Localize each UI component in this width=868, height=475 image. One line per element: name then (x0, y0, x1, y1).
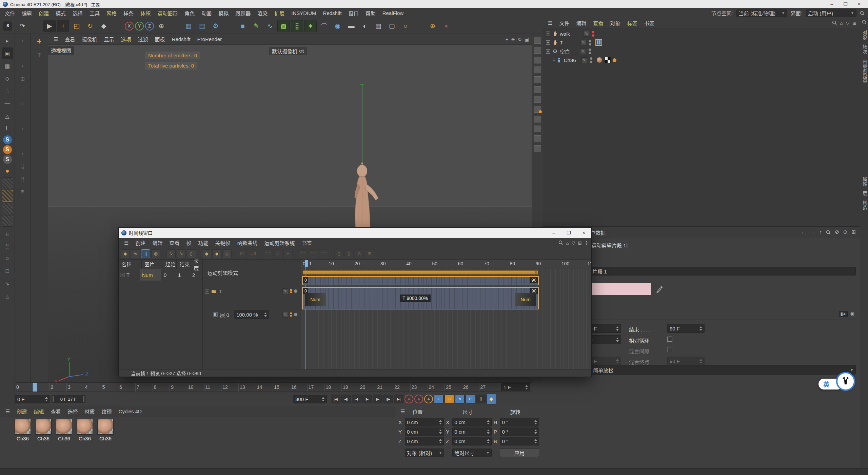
sky-icon[interactable]: ◐ (359, 20, 371, 32)
solo-dots[interactable] (290, 289, 292, 293)
cube-primitive-icon[interactable]: ■ (237, 20, 249, 32)
redo-icon[interactable]: ↷ (16, 20, 28, 32)
home-icon[interactable]: ⌂ (566, 240, 569, 246)
mode-lock-icon-6[interactable]: ▫ (17, 98, 28, 109)
model-mode-icon[interactable]: ▣ (2, 48, 13, 59)
hamburger-icon[interactable]: ☰ (2, 408, 13, 415)
live-selection-icon[interactable]: ▶ (43, 20, 56, 32)
current-frame-marker[interactable] (33, 383, 37, 392)
ghost-mode-icon[interactable]: ◎ (151, 249, 160, 258)
toggle-position-button[interactable]: + (434, 395, 443, 403)
live-select-icon[interactable]: ▸ (2, 35, 13, 46)
menu-item[interactable]: 编辑 (18, 10, 35, 17)
timeline-ruler[interactable]: 0102030405060708090100110 1 (301, 260, 591, 268)
xparticles-icon[interactable]: × (440, 20, 452, 32)
timeline-menu-item[interactable]: 关键帧 (212, 239, 234, 246)
size-input[interactable]: 0 cm (452, 418, 491, 426)
clip-row[interactable]: + T Num 0 1 2 (119, 269, 202, 281)
fcurve-mode-icon[interactable]: ∿ (131, 249, 140, 258)
om-menu-item[interactable]: 编辑 (573, 19, 590, 26)
insydium-globe-icon[interactable]: ⊕ (427, 20, 439, 32)
object-mode-select[interactable]: 对象 (相对)▼ (405, 449, 444, 457)
protection-tag-icon[interactable] (613, 58, 616, 62)
enable-toggle-icon[interactable]: ✎ (282, 288, 288, 294)
hatch-icon-2[interactable] (2, 190, 13, 202)
summary-bar[interactable] (303, 270, 538, 274)
expander-icon[interactable]: + (120, 273, 124, 277)
visibility-dots[interactable] (589, 40, 591, 45)
dots-lock-icon-1[interactable]: ⣿ (17, 160, 28, 172)
light-icon[interactable]: ○ (399, 20, 412, 32)
menu-item[interactable]: 角色 (181, 10, 198, 17)
menu-item[interactable]: 文件 (1, 10, 18, 17)
clip-name-field[interactable]: 片段 1 (549, 267, 856, 276)
om-menu-item[interactable]: 文件 (556, 19, 573, 26)
pen-spline-icon[interactable]: ✎ (250, 20, 262, 32)
timeline-track-area[interactable]: 0102030405060708090100110 1 0 90 (301, 260, 591, 369)
polygons-mode-icon[interactable]: △ (2, 110, 13, 122)
close-button[interactable]: × (583, 230, 585, 235)
enable-toggle-icon[interactable]: ✎ (581, 57, 587, 63)
current-frame-field[interactable]: 1 F (501, 383, 530, 391)
grid-lock-icon[interactable]: ⊞ (17, 186, 28, 197)
enable-toggle-icon[interactable]: ✎ (580, 40, 586, 45)
end-frame-spinner[interactable]: 300 F (293, 395, 327, 403)
wave-filter-icon-1[interactable]: ∿ (166, 249, 176, 258)
deformer-bend-icon[interactable]: ⌒ (318, 20, 330, 32)
grid-dots-icon-1[interactable]: ⣿ (2, 228, 13, 239)
s-badge-icon[interactable]: S (3, 21, 13, 31)
search-icon[interactable] (862, 20, 867, 24)
material-item[interactable]: Ch36 (96, 419, 115, 441)
table-icon[interactable]: ▦ (372, 20, 384, 32)
render-picture-viewer-icon[interactable]: ▤ (196, 20, 208, 32)
enable-toggle-icon[interactable]: ✎ (282, 312, 288, 318)
ease-in-icon[interactable]: ⌒ (299, 249, 308, 258)
timeline-menu-item[interactable]: 帧 (183, 239, 195, 246)
material-item[interactable]: Ch36 (55, 419, 73, 441)
clip-row-name[interactable]: T (126, 272, 140, 278)
group-track-name[interactable]: T (219, 288, 222, 294)
material-thumbnail[interactable] (56, 419, 72, 435)
interp-step-icon[interactable]: ⌐ (283, 249, 293, 258)
col-pic[interactable]: 图片 (142, 260, 163, 269)
rect-tool-icon[interactable]: □ (2, 265, 13, 277)
material-menu-item[interactable]: 纹理 (98, 408, 115, 415)
layout-preset-icon-4[interactable] (534, 66, 541, 73)
node-space-select[interactable]: 当前 (标准/物理)▼ (736, 10, 787, 17)
snap-gray-icon[interactable]: S (3, 155, 12, 164)
add-icon[interactable]: ⊞ (852, 20, 856, 26)
play-button[interactable]: ▶ (362, 395, 372, 403)
interface-select[interactable]: 启动 (用户)▼ (806, 10, 856, 17)
interp-linear-icon[interactable]: / (273, 249, 282, 258)
uv-tag-icon[interactable] (605, 57, 611, 63)
search-icon[interactable] (558, 240, 563, 245)
next-key-button[interactable]: |▶ (383, 395, 393, 403)
menu-item[interactable]: 跟踪器 (232, 10, 254, 17)
material-name[interactable]: Ch36 (14, 436, 32, 441)
delete-key-icon[interactable]: ◇ (222, 249, 232, 258)
group-clip[interactable]: 0 90 (302, 276, 539, 285)
expander-icon[interactable]: − (546, 49, 550, 54)
maximize-button[interactable]: ❐ (567, 230, 571, 235)
om-menu-item[interactable]: 查看 (590, 19, 607, 26)
lasso-tool-icon[interactable]: ∿ (2, 278, 13, 289)
material-menu-item[interactable]: Cycles 4D (115, 408, 145, 414)
object-row-t[interactable]: + T ✎ (542, 38, 860, 47)
text-tool-icon[interactable]: T (33, 49, 46, 62)
camera-label[interactable]: 默认摄像机 (269, 47, 307, 55)
expander-icon[interactable]: + (546, 32, 550, 36)
clip-tag-left[interactable]: Num (305, 293, 326, 306)
expand-icon[interactable]: ⇕ (585, 240, 589, 246)
clip-tag-right[interactable]: Num (515, 293, 536, 306)
side-tab[interactable]: 属性 (860, 177, 868, 186)
menu-item[interactable]: 选择 (69, 10, 86, 17)
object-name[interactable]: Ch36 (564, 57, 576, 63)
snap-blue-icon[interactable]: S (3, 135, 12, 144)
enable-toggle-icon[interactable]: ✎ (584, 31, 589, 37)
ease-out-icon[interactable]: ⌒ (309, 249, 318, 258)
mode-lock-icon-7[interactable]: ▫ (17, 110, 28, 122)
hamburger-icon[interactable]: ☰ (397, 408, 408, 415)
material-item[interactable]: Ch36 (34, 419, 53, 441)
mograph-cloner-icon[interactable]: ⣿ (291, 20, 303, 32)
sep[interactable] (30, 20, 42, 32)
